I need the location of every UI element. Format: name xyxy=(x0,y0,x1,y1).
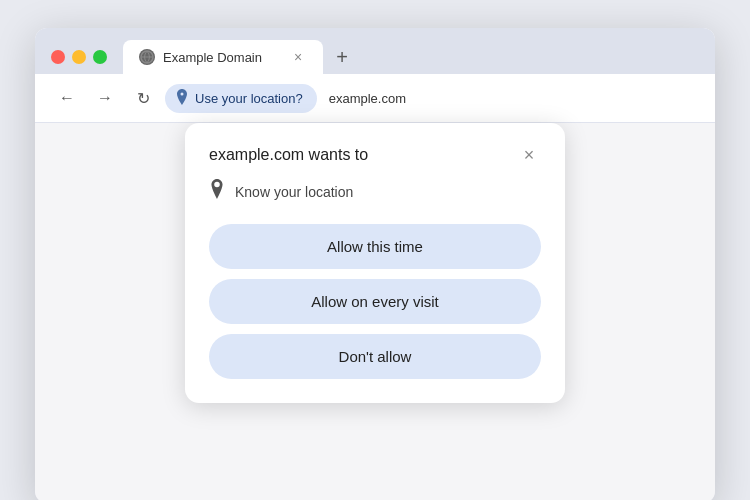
toolbar: ← → ↻ Use your location? example.com xyxy=(35,74,715,123)
browser-window: Example Domain × + ← → ↻ Use your locati… xyxy=(35,28,715,500)
tab-close-button[interactable]: × xyxy=(289,48,307,66)
popup-close-button[interactable]: × xyxy=(517,143,541,167)
active-tab[interactable]: Example Domain × xyxy=(123,40,323,74)
reload-button[interactable]: ↻ xyxy=(127,82,159,114)
permission-popup: example.com wants to × Know your locatio… xyxy=(185,123,565,403)
popup-header: example.com wants to × xyxy=(209,143,541,167)
location-pin-icon xyxy=(175,89,189,108)
popup-title: example.com wants to xyxy=(209,146,368,164)
title-bar: Example Domain × + xyxy=(35,28,715,74)
allow-this-time-button[interactable]: Allow this time xyxy=(209,224,541,269)
new-tab-button[interactable]: + xyxy=(327,42,357,72)
popup-subtitle: Know your location xyxy=(209,179,541,204)
traffic-lights xyxy=(51,50,107,64)
tab-title: Example Domain xyxy=(163,50,281,65)
minimize-traffic-light[interactable] xyxy=(72,50,86,64)
forward-button[interactable]: → xyxy=(89,82,121,114)
location-pill-label: Use your location? xyxy=(195,91,303,106)
maximize-traffic-light[interactable] xyxy=(93,50,107,64)
address-bar: Use your location? example.com xyxy=(165,84,699,113)
dont-allow-button[interactable]: Don't allow xyxy=(209,334,541,379)
popup-subtitle-text: Know your location xyxy=(235,184,353,200)
back-button[interactable]: ← xyxy=(51,82,83,114)
allow-every-visit-button[interactable]: Allow on every visit xyxy=(209,279,541,324)
address-text: example.com xyxy=(329,91,406,106)
close-traffic-light[interactable] xyxy=(51,50,65,64)
page-content-area: example.com wants to × Know your locatio… xyxy=(35,123,715,500)
location-permission-pill[interactable]: Use your location? xyxy=(165,84,317,113)
tab-favicon xyxy=(139,49,155,65)
tab-bar: Example Domain × + xyxy=(123,40,699,74)
popup-location-icon xyxy=(209,179,225,204)
